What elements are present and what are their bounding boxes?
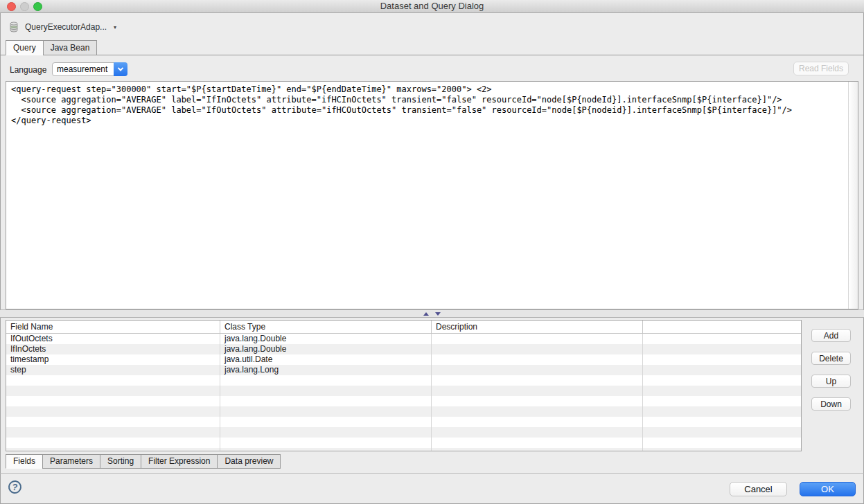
tab-sorting[interactable]: Sorting — [100, 454, 141, 469]
table-cell: IfInOctets — [6, 344, 220, 354]
tab-query[interactable]: Query — [6, 40, 44, 55]
table-cell — [643, 417, 801, 427]
table-cell — [432, 406, 643, 417]
table-cell: java.lang.Double — [220, 344, 432, 354]
table-cell: IfOutOctets — [6, 334, 220, 344]
table-cell — [6, 396, 220, 406]
collapse-up-icon[interactable] — [423, 312, 429, 316]
table-cell — [432, 375, 643, 386]
collapse-down-icon[interactable] — [435, 312, 441, 316]
table-cell — [643, 427, 801, 438]
table-cell — [6, 448, 220, 451]
down-button[interactable]: Down — [811, 397, 851, 411]
chevron-down-icon — [118, 65, 123, 71]
table-row-empty[interactable] — [6, 375, 801, 386]
table-cell — [432, 396, 643, 406]
table-cell — [643, 354, 801, 365]
table-row-empty[interactable] — [6, 427, 801, 438]
table-cell — [643, 344, 801, 354]
table-cell — [432, 417, 643, 427]
top-tab-bar: QueryJava Bean — [6, 40, 97, 55]
table-cell — [643, 334, 801, 344]
table-cell — [220, 386, 432, 396]
zoom-button[interactable] — [33, 2, 42, 11]
table-cell — [432, 354, 643, 365]
table-cell — [432, 334, 643, 344]
data-adapter-selector[interactable]: QueryExecutorAdap... — [25, 22, 107, 32]
read-fields-button[interactable]: Read Fields — [793, 62, 849, 75]
delete-button[interactable]: Delete — [811, 352, 851, 365]
table-row-empty[interactable] — [6, 406, 801, 417]
add-button[interactable]: Add — [811, 329, 851, 342]
query-editor[interactable]: <query-request step="300000" start="$P{s… — [6, 81, 858, 309]
table-cell: java.util.Date — [220, 354, 432, 365]
table-cell — [432, 386, 643, 396]
table-row[interactable]: stepjava.lang.Long — [6, 365, 801, 375]
table-row-empty[interactable] — [6, 417, 801, 427]
table-cell — [220, 427, 432, 438]
dataset-query-dialog-window: { "window": { "title": "Dataset and Quer… — [0, 0, 864, 504]
language-select[interactable]: measurement — [52, 62, 127, 76]
ok-button[interactable]: OK — [800, 482, 856, 496]
table-row-empty[interactable] — [6, 386, 801, 396]
table-cell — [432, 344, 643, 354]
query-scrollbar[interactable] — [848, 82, 858, 309]
table-cell — [220, 417, 432, 427]
column-header-field-name[interactable]: Field Name — [6, 321, 220, 333]
title-bar[interactable]: Dataset and Query Dialog — [0, 0, 864, 13]
table-cell — [643, 406, 801, 417]
column-header-description[interactable]: Description — [432, 321, 643, 333]
table-cell — [432, 438, 643, 448]
combo-dropdown-button[interactable] — [114, 62, 127, 76]
table-cell — [6, 427, 220, 438]
bottom-tab-bar: FieldsParametersSortingFilter Expression… — [6, 454, 281, 469]
help-button[interactable]: ? — [8, 480, 22, 494]
cancel-button[interactable]: Cancel — [730, 482, 787, 496]
table-cell — [6, 375, 220, 386]
minimize-button[interactable] — [20, 2, 29, 11]
chevron-down-icon: ▾ — [114, 24, 116, 30]
window-title: Dataset and Query Dialog — [0, 0, 864, 12]
table-cell — [643, 375, 801, 386]
table-row-empty[interactable] — [6, 396, 801, 406]
table-cell — [220, 448, 432, 451]
column-header-class-type[interactable]: Class Type — [220, 321, 432, 333]
fields-table: Field NameClass TypeDescription IfOutOct… — [6, 320, 802, 451]
up-button[interactable]: Up — [811, 375, 851, 388]
tab-parameters[interactable]: Parameters — [42, 454, 100, 469]
table-cell: java.lang.Long — [220, 365, 432, 375]
tab-java-bean[interactable]: Java Bean — [43, 40, 98, 55]
fields-table-body: IfOutOctetsjava.lang.DoubleIfInOctetsjav… — [6, 334, 801, 451]
data-adapter-row[interactable]: QueryExecutorAdap... ▾ — [8, 21, 116, 33]
column-header-extra[interactable] — [643, 321, 801, 333]
fields-table-header: Field NameClass TypeDescription — [6, 321, 801, 334]
table-cell — [6, 386, 220, 396]
tab-fields[interactable]: Fields — [6, 454, 43, 469]
table-cell — [220, 375, 432, 386]
table-cell — [220, 438, 432, 448]
table-cell — [643, 438, 801, 448]
tab-data-preview[interactable]: Data preview — [217, 454, 281, 469]
query-text[interactable]: <query-request step="300000" start="$P{s… — [11, 84, 792, 126]
table-cell — [432, 365, 643, 375]
table-cell: timestamp — [6, 354, 220, 365]
table-row[interactable]: IfOutOctetsjava.lang.Double — [6, 334, 801, 344]
table-row[interactable]: timestampjava.util.Date — [6, 354, 801, 365]
table-buttons: AddDeleteUpDown — [811, 329, 851, 420]
database-icon — [8, 21, 19, 33]
table-cell — [643, 396, 801, 406]
footer-divider — [0, 473, 864, 474]
table-row-empty[interactable] — [6, 448, 801, 451]
table-row-empty[interactable] — [6, 438, 801, 448]
tab-baseline — [0, 55, 864, 55]
table-cell — [6, 406, 220, 417]
table-row[interactable]: IfInOctetsjava.lang.Double — [6, 344, 801, 354]
table-cell — [643, 365, 801, 375]
tab-filter-expression[interactable]: Filter Expression — [141, 454, 218, 469]
table-cell — [643, 448, 801, 451]
language-selected-value: measurement — [53, 64, 114, 74]
splitter-handle[interactable] — [0, 309, 864, 318]
table-cell: step — [6, 365, 220, 375]
table-cell — [432, 427, 643, 438]
close-button[interactable] — [7, 2, 16, 11]
